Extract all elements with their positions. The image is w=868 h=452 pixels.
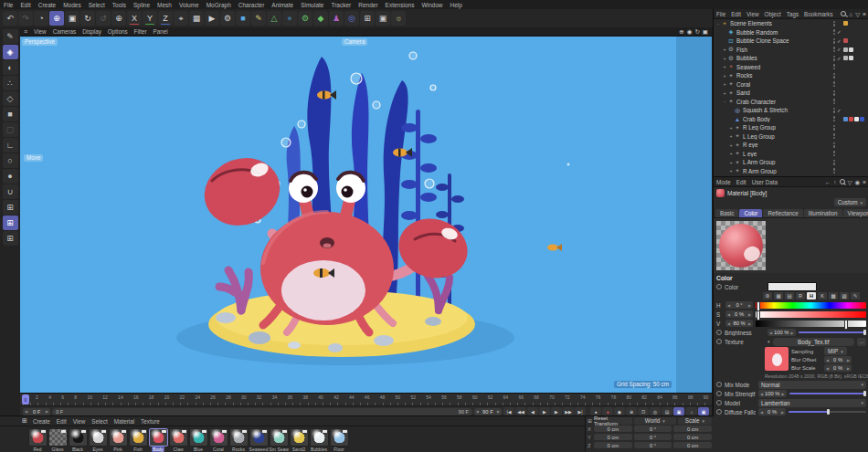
object-label[interactable]: L Leg Group: [743, 133, 833, 140]
object-row[interactable]: + ⌖ Rocks: [714, 71, 868, 80]
hsv-slider[interactable]: [756, 311, 866, 318]
menu-item[interactable]: Create: [38, 2, 57, 8]
color-wheel-button[interactable]: ⚙: [763, 292, 772, 300]
object-tags[interactable]: [843, 56, 867, 60]
visibility-dots[interactable]: [833, 99, 836, 104]
polygons-mode[interactable]: ■: [3, 107, 18, 121]
object-row[interactable]: ◎ Squash & Stretch ✓: [714, 106, 868, 115]
diffuse-falloff-slider[interactable]: [789, 411, 866, 413]
snap-enabled-button[interactable]: ⊞: [3, 215, 18, 230]
move-axis-tool[interactable]: ⊕: [111, 11, 126, 26]
object-label[interactable]: R eye: [743, 142, 833, 148]
visibility-dots[interactable]: [833, 108, 836, 113]
object-row[interactable]: ▲ Crab Body: [714, 115, 868, 124]
render-view-button[interactable]: ▦: [189, 11, 204, 26]
material-swatch[interactable]: Red: [28, 428, 47, 452]
object-label[interactable]: Scene Elements: [730, 20, 833, 26]
sampling-dropdown[interactable]: MIP: [824, 347, 847, 355]
object-label[interactable]: Coral: [736, 81, 833, 88]
enable-axis-mode[interactable]: ∟: [3, 138, 18, 152]
brightness-spinner[interactable]: 100 %: [767, 329, 796, 336]
attr-back-icon[interactable]: [825, 179, 831, 185]
object-label[interactable]: Bubble Random: [736, 29, 833, 36]
add-floor-menu[interactable]: ⊞: [360, 11, 375, 26]
visibility-dots[interactable]: [833, 160, 836, 165]
attr-search-icon[interactable]: [840, 179, 845, 184]
add-deformer-menu[interactable]: ◎: [344, 11, 359, 26]
next-key-button[interactable]: ▶▶: [563, 407, 574, 415]
add-cube-menu[interactable]: ■: [236, 11, 250, 26]
material-swatch[interactable]: Eyes: [89, 428, 107, 452]
material-swatch[interactable]: Blue: [189, 428, 207, 452]
lock-x-axis[interactable]: X: [127, 11, 142, 26]
object-label[interactable]: Crab Character: [736, 99, 833, 105]
add-subdivision-menu[interactable]: △: [267, 11, 281, 26]
visibility-dots[interactable]: [833, 90, 836, 96]
uv-mode[interactable]: ▢: [3, 122, 18, 137]
om-menu-item[interactable]: File: [716, 11, 725, 17]
visibility-dots[interactable]: [833, 47, 836, 52]
menu-item[interactable]: Tracker: [331, 2, 351, 8]
object-row[interactable]: + ⌖ R Leg Group: [714, 123, 868, 132]
material-swatch[interactable]: Claw: [169, 428, 187, 452]
material-swatch[interactable]: Sand2: [290, 428, 308, 452]
visibility-dots[interactable]: [833, 56, 836, 61]
om-menu-item[interactable]: View: [746, 11, 759, 17]
color-sliders-button[interactable]: ▤: [785, 292, 794, 300]
sound-toggle-button[interactable]: ♪: [686, 407, 697, 415]
attribute-tab[interactable]: Illumination: [804, 209, 842, 217]
scale-tool[interactable]: ▣: [65, 11, 79, 26]
object-row[interactable]: - ⌖ Crab Character: [714, 98, 868, 107]
enabled-check[interactable]: ✓: [837, 56, 843, 61]
menu-item[interactable]: Character: [238, 2, 265, 8]
om-menu-item[interactable]: Edit: [731, 11, 741, 17]
material-swatch[interactable]: Fish: [129, 428, 147, 452]
model-dropdown[interactable]: Lambertian: [758, 399, 866, 407]
hn-weight-mode[interactable]: ●: [3, 169, 18, 184]
preset-dropdown[interactable]: Custom: [834, 198, 866, 206]
attr-up-icon[interactable]: [833, 179, 836, 185]
lock-y-axis[interactable]: Y: [143, 11, 157, 26]
material-swatch[interactable]: Body: [149, 428, 167, 452]
preview-range-slider[interactable]: 0 F 90 F: [52, 408, 472, 415]
rotation-field[interactable]: 0 °: [634, 434, 672, 440]
color-mixer-button[interactable]: ▩: [829, 292, 838, 300]
kelvin-mode-button[interactable]: K: [818, 292, 827, 300]
last-tool[interactable]: ↺: [96, 11, 111, 26]
material-preview[interactable]: [714, 217, 868, 273]
solo-toggle-button[interactable]: ▣: [698, 407, 709, 415]
add-camera-menu[interactable]: ▣: [376, 11, 390, 26]
diffuse-falloff-spinner[interactable]: 0 %: [758, 408, 786, 415]
object-row[interactable]: ⊡ Bubble Clone Space ✓: [714, 37, 868, 46]
add-light-menu[interactable]: ☼: [391, 11, 406, 26]
visibility-dots[interactable]: [833, 81, 836, 87]
menu-item[interactable]: Mesh: [157, 2, 172, 8]
material-swatch[interactable]: Black: [69, 428, 87, 452]
om-search-icon[interactable]: [841, 11, 846, 16]
menu-item[interactable]: Volume: [179, 2, 199, 8]
material-swatch[interactable]: Seaweed: [249, 428, 268, 452]
edges-mode[interactable]: ◇: [3, 91, 18, 106]
object-label[interactable]: Rocks: [736, 72, 833, 79]
attr-menu-item[interactable]: User Data: [752, 179, 778, 185]
record-pla-button[interactable]: ▤: [662, 407, 672, 415]
play-button[interactable]: ▶: [539, 407, 550, 415]
object-tags[interactable]: [843, 21, 867, 26]
timeline-ruler[interactable]: 0246810121416182022242628303234363840424…: [20, 394, 712, 406]
workplane-mode[interactable]: ∪: [3, 184, 18, 199]
material-menu-item[interactable]: View: [73, 418, 86, 425]
attribute-tab[interactable]: Basic: [715, 209, 738, 217]
viewport-menu-item[interactable]: Options: [108, 28, 128, 35]
make-editable-tool[interactable]: ✎: [3, 29, 18, 44]
render-settings-button[interactable]: ⚙: [220, 11, 235, 26]
end-frame-spinner[interactable]: 90 F: [474, 408, 502, 415]
position-field[interactable]: 0 cm: [594, 442, 632, 448]
attribute-tab[interactable]: Reflectance: [763, 209, 802, 217]
model-mode[interactable]: ◈: [3, 45, 18, 59]
om-home-icon[interactable]: [849, 11, 852, 17]
hsv-spinner[interactable]: 0 %: [725, 310, 753, 318]
hsv-slider[interactable]: [756, 302, 866, 309]
view-label[interactable]: Perspective: [22, 38, 58, 46]
material-manager-icon[interactable]: ⊞: [22, 417, 27, 425]
color-swatch[interactable]: [767, 282, 817, 291]
